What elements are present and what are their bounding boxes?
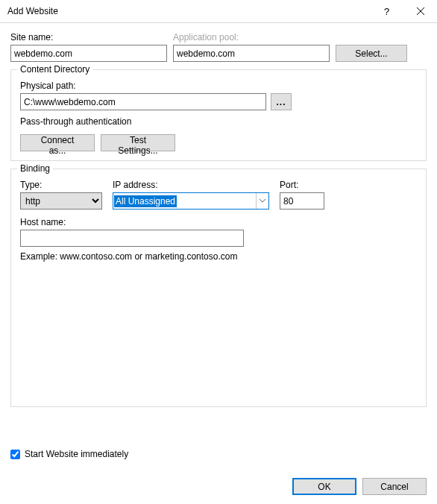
- ip-address-select[interactable]: All Unassigned: [113, 192, 269, 210]
- physical-path-input[interactable]: [20, 93, 266, 110]
- start-immediately-label: Start Website immediately: [25, 449, 128, 459]
- port-input[interactable]: [280, 192, 324, 210]
- test-settings-button[interactable]: Test Settings...: [101, 134, 175, 151]
- browse-path-button[interactable]: ...: [271, 93, 292, 110]
- binding-legend: Binding: [17, 163, 53, 174]
- binding-group: Binding Type: http IP address: All Unass…: [10, 168, 427, 407]
- cancel-button[interactable]: Cancel: [362, 478, 427, 495]
- port-label: Port:: [280, 180, 324, 190]
- connect-as-button[interactable]: Connect as...: [20, 134, 95, 151]
- site-name-label: Site name:: [10, 32, 167, 42]
- window-title: Add Website: [7, 6, 370, 16]
- content-directory-legend: Content Directory: [17, 64, 92, 75]
- dialog-content: Site name: Application pool: Select... C…: [0, 23, 437, 407]
- app-pool-label: Application pool:: [173, 32, 330, 42]
- close-button[interactable]: [403, 0, 437, 22]
- titlebar: Add Website ?: [0, 0, 437, 23]
- host-example-text: Example: www.contoso.com or marketing.co…: [20, 251, 417, 262]
- start-immediately-checkbox[interactable]: [10, 450, 20, 459]
- host-name-label: Host name:: [20, 217, 244, 227]
- type-label: Type:: [20, 180, 102, 190]
- dialog-footer: OK Cancel: [292, 478, 427, 495]
- ok-button[interactable]: OK: [292, 478, 356, 495]
- pass-through-label: Pass-through authentication: [20, 116, 417, 127]
- help-icon: ?: [384, 6, 389, 17]
- close-icon: [417, 7, 424, 15]
- help-button[interactable]: ?: [370, 0, 403, 22]
- ip-address-label: IP address:: [113, 180, 269, 190]
- ellipsis-icon: ...: [276, 97, 286, 107]
- app-pool-input: [173, 45, 330, 62]
- host-name-input[interactable]: [20, 230, 244, 247]
- ip-address-value: All Unassigned: [114, 195, 177, 207]
- content-directory-group: Content Directory Physical path: ... Pas…: [10, 69, 427, 161]
- type-select[interactable]: http: [20, 192, 102, 210]
- physical-path-label: Physical path:: [20, 81, 417, 91]
- site-name-input[interactable]: [10, 45, 167, 62]
- chevron-down-icon: [256, 193, 268, 209]
- start-immediately-row[interactable]: Start Website immediately: [10, 449, 128, 459]
- select-app-pool-button[interactable]: Select...: [336, 45, 407, 62]
